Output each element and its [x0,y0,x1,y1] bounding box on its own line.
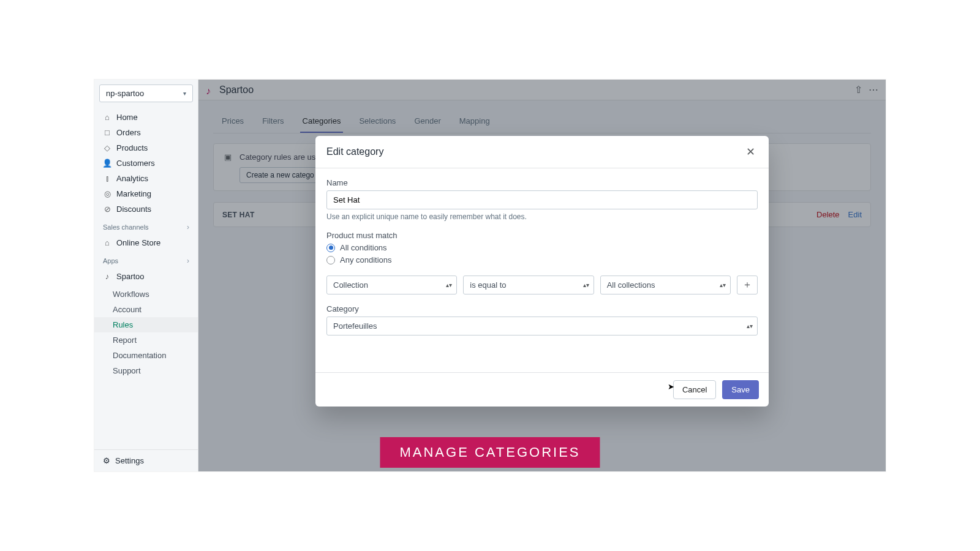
discounts-icon: ⊘ [103,204,111,214]
nav-label: Spartoo [116,272,145,281]
name-input[interactable] [326,190,758,209]
select-value: is equal to [463,276,594,294]
subnav-documentation[interactable]: Documentation [94,348,198,363]
gear-icon: ⚙ [103,456,110,465]
subnav-account[interactable]: Account [94,302,198,317]
updown-icon: ▴▾ [583,282,589,288]
nav-label: Products [116,143,148,152]
condition-value-select[interactable]: All collections ▴▾ [600,276,731,294]
category-label: Category [326,304,758,313]
condition-row: Collection ▴▾ is equal to ▴▾ All collect… [326,276,758,294]
app-icon: ♪ [103,272,111,281]
products-icon: ◇ [103,143,111,152]
condition-field-select[interactable]: Collection ▴▾ [326,276,457,294]
updown-icon: ▴▾ [747,323,753,329]
add-condition-button[interactable]: ＋ [737,276,758,294]
nav-label: Orders [116,128,141,137]
category-select[interactable]: Portefeuilles ▴▾ [326,317,758,335]
updown-icon: ▴▾ [446,282,452,288]
nav-label: Customers [116,159,155,168]
subnav-report[interactable]: Report [94,332,198,348]
radio-label: Any conditions [340,255,392,264]
orders-icon: □ [103,128,111,137]
sales-channels-header[interactable]: Sales channels › [94,219,198,233]
nav-home[interactable]: ⌂Home [94,110,198,125]
nav-customers[interactable]: 👤Customers [94,156,198,171]
marketing-icon: ◎ [103,189,111,198]
edit-category-modal: Edit category ✕ Name Use an explicit uni… [315,136,769,407]
radio-icon [326,244,335,252]
sidebar: np-spartoo ▾ ⌂Home □Orders ◇Products 👤Cu… [94,80,198,471]
customers-icon: 👤 [103,159,111,168]
select-value: Collection [326,276,457,294]
nav-label: Discounts [116,204,151,214]
condition-operator-select[interactable]: is equal to ▴▾ [463,276,594,294]
nav-app-spartoo[interactable]: ♪Spartoo [94,269,198,284]
nav-label: Online Store [116,238,160,247]
radio-icon [326,256,335,264]
analytics-icon: ⫿ [103,174,111,183]
app-subnav: Workflows Account Rules Report Documenta… [94,287,198,381]
radio-label: All conditions [340,243,387,252]
close-icon[interactable]: ✕ [743,144,758,159]
nav-label: Home [116,113,138,122]
nav-marketing[interactable]: ◎Marketing [94,186,198,201]
store-name: np-spartoo [106,89,144,98]
nav-products[interactable]: ◇Products [94,140,198,156]
store-switcher[interactable]: np-spartoo ▾ [99,84,193,102]
home-icon: ⌂ [103,113,111,122]
subnav-support[interactable]: Support [94,363,198,378]
caret-down-icon: ▾ [183,90,186,97]
apps-header[interactable]: Apps › [94,253,198,266]
subnav-workflows[interactable]: Workflows [94,287,198,302]
section-label: Apps [103,257,118,264]
app-frame: np-spartoo ▾ ⌂Home □Orders ◇Products 👤Cu… [94,80,886,471]
nav-discounts[interactable]: ⊘Discounts [94,201,198,217]
radio-all-conditions[interactable]: All conditions [326,243,758,252]
section-label: Sales channels [103,223,149,231]
subnav-rules[interactable]: Rules [94,317,198,332]
nav-orders[interactable]: □Orders [94,125,198,140]
name-label: Name [326,178,758,187]
updown-icon: ▴▾ [720,282,726,288]
save-button[interactable]: Save [722,380,759,399]
name-help-text: Use an explicit unique name to easily re… [326,212,758,221]
nav-label: Settings [115,456,144,465]
nav-analytics[interactable]: ⫿Analytics [94,171,198,186]
modal-title: Edit category [326,146,383,157]
caption-banner: MANAGE CATEGORIES [380,437,600,468]
plus-icon: ＋ [742,279,752,291]
chevron-right-icon: › [187,257,189,265]
modal-overlay: Edit category ✕ Name Use an explicit uni… [198,80,886,471]
chevron-right-icon: › [187,223,189,231]
radio-any-conditions[interactable]: Any conditions [326,255,758,264]
match-label: Product must match [326,231,758,240]
cancel-button[interactable]: Cancel [673,380,716,399]
nav-label: Marketing [116,189,151,198]
nav-settings[interactable]: ⚙ Settings [94,449,198,471]
primary-nav: ⌂Home □Orders ◇Products 👤Customers ⫿Anal… [94,107,198,219]
select-value: Portefeuilles [326,317,758,335]
select-value: All collections [600,276,731,294]
nav-online-store[interactable]: ⌂Online Store [94,235,198,250]
nav-label: Analytics [116,174,148,183]
store-icon: ⌂ [103,238,111,247]
